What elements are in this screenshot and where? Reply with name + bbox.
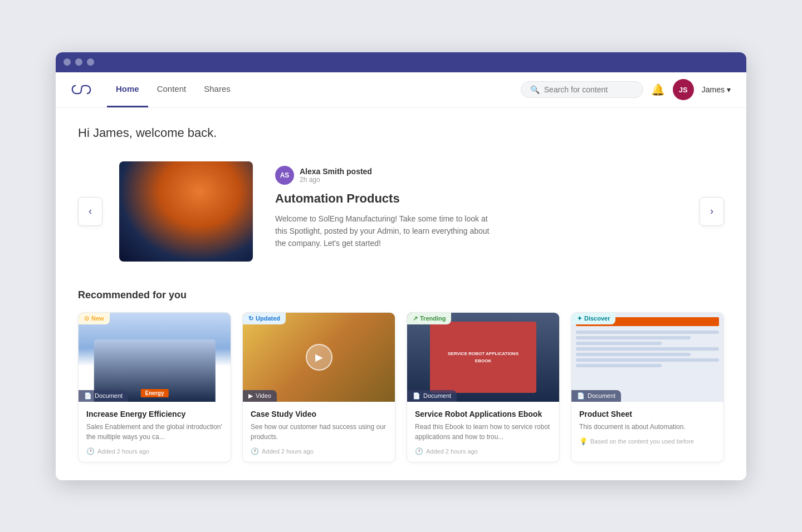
thumb-docsheet xyxy=(571,313,723,402)
nav-links: Home Content Shares xyxy=(107,72,521,107)
nav-home[interactable]: Home xyxy=(107,72,148,107)
nav-shares[interactable]: Shares xyxy=(195,72,239,107)
spotlight-title: Automation Products xyxy=(275,191,683,206)
card-desc-productsheet: This document is about Automation. xyxy=(579,422,716,432)
robot-arm-image xyxy=(119,161,253,262)
card-body-video: Case Study Video See how our customer ha… xyxy=(243,402,395,462)
doc-line-3 xyxy=(576,342,662,345)
type-tag-video: ▶ Video xyxy=(243,390,277,402)
card-title-productsheet: Product Sheet xyxy=(579,410,716,418)
ebook-cover: SERVICE ROBOT APPLICATIONS Ebook xyxy=(430,322,536,393)
card-desc-ebook: Read this Ebook to learn how to service … xyxy=(415,422,551,442)
clock-icon-2: 🕐 xyxy=(251,447,259,455)
welcome-title: Hi James, welcome back. xyxy=(78,126,724,140)
card-image-video: ▶ ↻ Updated ▶ Video xyxy=(243,313,395,402)
spotlight-card: AS Alexa Smith posted 2h ago Automation … xyxy=(102,161,700,262)
badge-trending: ↗ Trending xyxy=(407,313,451,324)
poster-avatar: AS xyxy=(275,166,294,185)
play-icon: ▶ xyxy=(306,344,332,371)
card-title-ebook: Service Robot Applications Ebook xyxy=(415,410,551,418)
card-meta-ebook: 🕐 Added 2 hours ago xyxy=(415,447,551,455)
thumb-energy: Energy xyxy=(79,313,231,402)
card-productsheet[interactable]: ✦ Discover 📄 Document Product Sheet This… xyxy=(571,312,724,462)
logo[interactable] xyxy=(71,83,91,96)
video-icon: ▶ xyxy=(248,392,253,400)
card-image-productsheet: ✦ Discover 📄 Document xyxy=(571,313,723,402)
main-content: Hi James, welcome back. ‹ AS Alexa Smith… xyxy=(56,108,746,480)
notification-bell[interactable]: 🔔 xyxy=(651,83,665,96)
type-tag-document-2: 📄 Document xyxy=(407,390,457,402)
card-video[interactable]: ▶ ↻ Updated ▶ Video Case Study Video xyxy=(242,312,395,462)
doc-line-7 xyxy=(576,364,662,367)
dot-1 xyxy=(63,58,71,66)
badge-discover: ✦ Discover xyxy=(571,313,615,324)
type-tag-document-3: 📄 Document xyxy=(571,390,621,402)
card-image-energy: Energy ⊙ New 📄 Document xyxy=(79,313,231,402)
card-energy[interactable]: Energy ⊙ New 📄 Document Incre xyxy=(78,312,231,462)
poster-time: 2h ago xyxy=(300,176,372,184)
dot-3 xyxy=(87,58,94,66)
search-bar[interactable]: 🔍 xyxy=(521,81,643,98)
clock-icon-3: 🕐 xyxy=(415,447,423,455)
search-input[interactable] xyxy=(544,85,634,94)
card-image-ebook: SERVICE ROBOT APPLICATIONS Ebook ↗ Trend… xyxy=(407,313,559,402)
card-body-productsheet: Product Sheet This document is about Aut… xyxy=(571,402,723,452)
nav-content[interactable]: Content xyxy=(148,72,195,107)
card-title-video: Case Study Video xyxy=(251,410,387,418)
energy-label: Energy xyxy=(141,389,169,397)
trending-badge-icon: ↗ xyxy=(413,315,418,322)
document-icon-1: 📄 xyxy=(84,392,92,400)
card-desc-video: See how our customer had success using o… xyxy=(251,422,387,442)
clock-icon-1: 🕐 xyxy=(86,447,95,455)
recommended-section: Recommended for you Energy ⊙ New xyxy=(78,289,724,462)
poster-name: Alexa Smith posted xyxy=(300,167,372,176)
cards-grid: Energy ⊙ New 📄 Document Incre xyxy=(78,312,724,462)
doc-line-4 xyxy=(576,347,719,351)
doc-line-1 xyxy=(576,331,719,334)
thumb-ebook: SERVICE ROBOT APPLICATIONS Ebook xyxy=(407,313,559,402)
search-icon: 🔍 xyxy=(530,85,540,94)
spotlight-section: ‹ AS Alexa Smith posted 2h ago Automatio… xyxy=(78,156,724,267)
ebook-cover-subtitle: Ebook xyxy=(475,358,491,363)
card-meta-video: 🕐 Added 2 hours ago xyxy=(251,447,387,455)
dot-2 xyxy=(75,58,82,66)
titlebar xyxy=(56,52,746,72)
card-body-energy: Increase Energy Efficiency Sales Enablem… xyxy=(79,402,231,462)
card-ebook[interactable]: SERVICE ROBOT APPLICATIONS Ebook ↗ Trend… xyxy=(407,312,560,462)
poster-row: AS Alexa Smith posted 2h ago xyxy=(275,166,683,185)
user-avatar: JS xyxy=(673,79,694,100)
card-meta-energy: 🕐 Added 2 hours ago xyxy=(86,447,223,455)
badge-updated: ↻ Updated xyxy=(243,313,286,324)
new-badge-icon: ⊙ xyxy=(84,315,89,322)
carousel-prev-button[interactable]: ‹ xyxy=(78,197,102,226)
thumb-video: ▶ xyxy=(243,313,395,402)
discover-badge-icon: ✦ xyxy=(577,315,582,322)
spotlight-info: AS Alexa Smith posted 2h ago Automation … xyxy=(275,161,683,250)
card-meta-productsheet: 💡 Based on the content you used before xyxy=(579,437,716,445)
bulb-icon: 💡 xyxy=(579,437,588,445)
document-icon-2: 📄 xyxy=(413,392,420,400)
recommended-title: Recommended for you xyxy=(78,289,724,301)
nav-right: 🔍 🔔 JS James ▾ xyxy=(521,79,731,100)
poster-meta: Alexa Smith posted 2h ago xyxy=(300,167,372,184)
updated-badge-icon: ↻ xyxy=(248,315,253,322)
doc-line-6 xyxy=(576,358,719,362)
type-tag-document-1: 📄 Document xyxy=(79,390,128,402)
user-menu[interactable]: James ▾ xyxy=(702,85,731,94)
badge-new: ⊙ New xyxy=(79,313,110,324)
doc-line-5 xyxy=(576,353,691,356)
card-body-ebook: Service Robot Applications Ebook Read th… xyxy=(407,402,559,462)
spotlight-image xyxy=(119,161,253,262)
spotlight-description: Welcome to SolEng Manufacturing! Take so… xyxy=(275,213,498,250)
app-window: Home Content Shares 🔍 🔔 JS James ▾ Hi Ja… xyxy=(56,52,746,480)
ebook-cover-title: SERVICE ROBOT APPLICATIONS xyxy=(448,351,519,356)
card-title-energy: Increase Energy Efficiency xyxy=(86,410,223,418)
doc-line-2 xyxy=(576,336,691,339)
document-icon-3: 📄 xyxy=(577,392,585,400)
navbar: Home Content Shares 🔍 🔔 JS James ▾ xyxy=(56,72,746,108)
card-desc-energy: Sales Enablement and the global introduc… xyxy=(86,422,223,442)
carousel-next-button[interactable]: › xyxy=(700,197,724,226)
